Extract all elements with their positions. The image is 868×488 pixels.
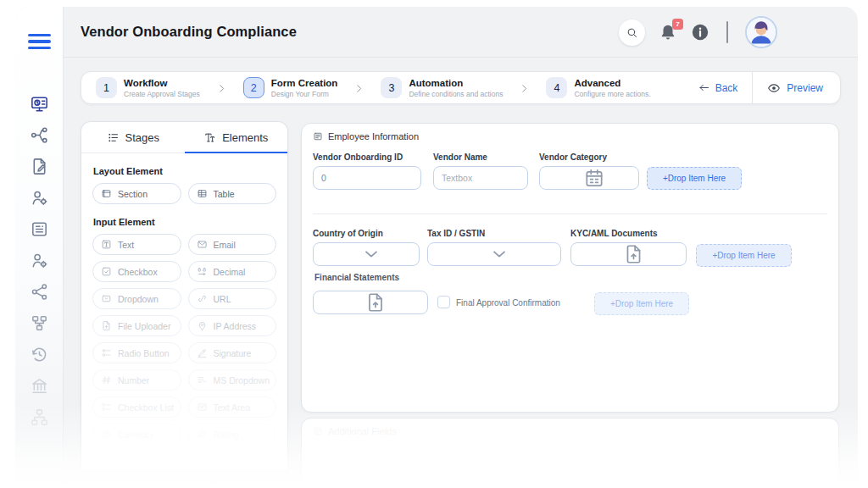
element-url[interactable]: URL xyxy=(188,288,277,309)
step-number: 2 xyxy=(243,77,264,98)
tax-id-label: Tax ID / GSTIN xyxy=(427,229,485,238)
search-icon xyxy=(626,26,638,39)
step-label: Workflow xyxy=(124,77,200,89)
vendor-category-label: Vendor Category xyxy=(539,152,607,162)
sidebar-item-history[interactable] xyxy=(30,345,49,364)
step-sublabel: Define conditions and actions xyxy=(409,90,503,98)
sidebar-item-dashboard[interactable] xyxy=(30,94,49,114)
chevron-down-icon[interactable] xyxy=(441,243,558,265)
step-number: 4 xyxy=(546,77,567,98)
chevron-down-icon[interactable] xyxy=(326,243,416,265)
element-checkbox[interactable]: Checkbox xyxy=(92,261,181,282)
info-icon xyxy=(691,23,709,42)
info-button[interactable] xyxy=(691,23,709,42)
file-upload-icon[interactable] xyxy=(584,243,683,265)
sidebar-icon-list xyxy=(15,94,64,427)
element-file-uploader[interactable]: File Uploader xyxy=(92,315,181,336)
final-approval-checkbox[interactable] xyxy=(437,296,450,308)
notifications-button[interactable]: 7 xyxy=(659,23,677,42)
stages-icon xyxy=(107,131,120,144)
ms-dropdown-icon xyxy=(197,374,208,385)
sidebar-item-user-gear[interactable] xyxy=(30,188,49,208)
element-label: Dropdown xyxy=(118,294,159,304)
back-button[interactable]: Back xyxy=(698,81,753,94)
element-text[interactable]: Text xyxy=(92,234,181,255)
element-rating[interactable]: Rating xyxy=(188,424,277,445)
org-icon xyxy=(30,321,49,336)
step-automation[interactable]: 3AutomationDefine conditions and actions xyxy=(381,77,503,98)
financial-statements-label: Financial Statements xyxy=(314,273,399,282)
hamburger-menu-icon[interactable] xyxy=(28,34,51,52)
form-section-header: Employee Information xyxy=(313,131,419,141)
element-radio-button[interactable]: Radio Button xyxy=(92,342,181,363)
text-icon xyxy=(101,239,112,250)
step-workflow[interactable]: 1WorkflowCreate Approval Stages xyxy=(96,77,200,98)
calendar-icon[interactable] xyxy=(553,167,636,189)
tab-elements[interactable]: Elements xyxy=(185,122,288,152)
kyc-aml-label: KYC/AML Documents xyxy=(570,229,658,238)
sidebar-item-user-cog[interactable] xyxy=(30,251,49,270)
drop-zone-3[interactable]: +Drop Item Here xyxy=(594,292,689,315)
user-cog-icon xyxy=(30,258,49,273)
sidebar-item-report[interactable] xyxy=(30,219,49,239)
number-icon xyxy=(101,374,112,385)
element-signature[interactable]: Signature xyxy=(188,342,277,363)
sidebar-item-share[interactable] xyxy=(30,282,49,302)
element-decimal[interactable]: Decimal xyxy=(188,261,277,282)
step-sublabel: Design Your Form xyxy=(271,90,338,98)
chevron-right-icon xyxy=(519,82,530,93)
signature-icon xyxy=(197,347,208,358)
element-ms-dropdown[interactable]: MS Dropdown xyxy=(188,369,277,391)
search-button[interactable] xyxy=(619,19,645,46)
step-label: Automation xyxy=(409,77,503,89)
rating-icon xyxy=(197,429,208,440)
kyc-aml-field xyxy=(570,242,687,266)
element-checkbox-list[interactable]: Checkbox List xyxy=(92,396,181,418)
step-number: 3 xyxy=(381,77,402,98)
textarea-icon xyxy=(197,402,208,413)
app-window: Vendor Onboarding Compliance 7 1Workflow… xyxy=(15,7,858,488)
element-email[interactable]: Email xyxy=(188,234,277,255)
element-ip-address[interactable]: IP Address xyxy=(188,315,277,336)
eye-icon xyxy=(767,81,781,95)
drop-zone-2[interactable]: +Drop Item Here xyxy=(696,244,792,267)
financial-statements-field xyxy=(313,291,428,314)
sidebar-item-workflow[interactable] xyxy=(30,125,49,145)
country-of-origin-label: Country of Origin xyxy=(313,229,383,238)
element-dropdown[interactable]: Dropdown xyxy=(92,288,181,309)
element-section[interactable]: Section xyxy=(92,183,181,204)
file-up-icon xyxy=(101,320,112,331)
dashboard-icon xyxy=(30,102,49,116)
step-advanced[interactable]: 4AdvancedConfigure more actions. xyxy=(546,77,650,98)
elements-panel: Stages Elements Layout Element SectionTa… xyxy=(81,121,288,470)
sidebar-item-sitemap[interactable] xyxy=(30,408,49,427)
element-label: Text xyxy=(118,240,134,250)
element-label: Number xyxy=(118,375,149,385)
section-icon xyxy=(101,188,112,199)
element-text-area[interactable]: Text Area xyxy=(188,396,277,418)
element-number[interactable]: Number xyxy=(92,369,181,391)
step-number: 1 xyxy=(96,77,117,98)
next-section-card: Additional Fields xyxy=(301,418,839,488)
vendor-onboarding-id-input[interactable] xyxy=(321,173,413,183)
user-avatar[interactable] xyxy=(745,16,777,48)
form-section-card: Employee Information Vendor Onboarding I… xyxy=(301,123,839,413)
step-label: Advanced xyxy=(574,77,650,89)
file-upload-icon[interactable] xyxy=(326,291,425,313)
vendor-name-input[interactable] xyxy=(442,173,520,183)
currency-icon xyxy=(101,429,112,440)
drop-zone-1[interactable]: +Drop Item Here xyxy=(647,167,742,190)
user-gear-icon xyxy=(30,196,49,210)
sidebar-item-form-edit[interactable] xyxy=(30,157,49,176)
sitemap-icon xyxy=(30,415,49,430)
ghost-section-header: Additional Fields xyxy=(313,426,397,436)
element-currency[interactable]: Currency xyxy=(92,424,181,445)
tab-stages[interactable]: Stages xyxy=(81,122,185,152)
layout-element-heading: Layout Element xyxy=(81,153,287,183)
step-form-creation[interactable]: 2Form CreationDesign Your Form xyxy=(243,77,338,98)
element-table[interactable]: Table xyxy=(188,183,277,204)
sidebar-item-bank[interactable] xyxy=(30,376,49,396)
checkbox-icon xyxy=(101,266,112,277)
sidebar-item-org[interactable] xyxy=(30,313,49,333)
preview-button[interactable]: Preview xyxy=(752,72,840,103)
